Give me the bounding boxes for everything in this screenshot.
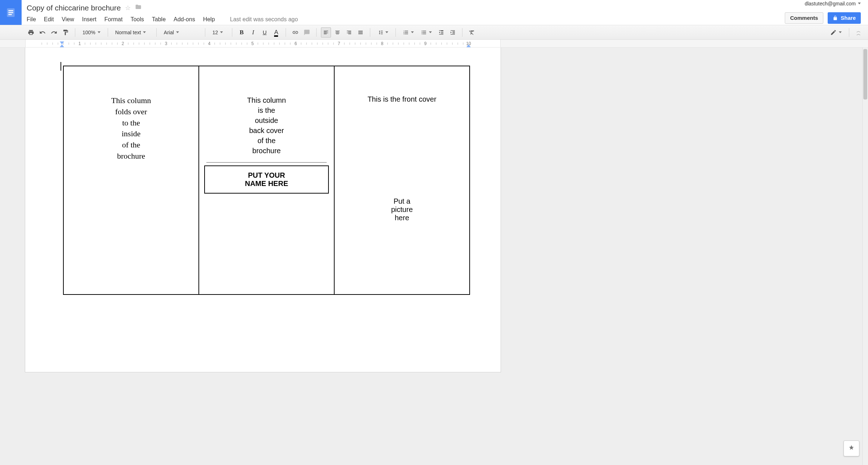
insert-link-button[interactable] (290, 27, 300, 37)
font-size-select[interactable]: 12 (210, 27, 228, 37)
bold-button[interactable]: B (237, 27, 247, 37)
svg-rect-3 (8, 14, 12, 15)
ruler-tick: 1 (79, 41, 81, 46)
docs-icon (5, 7, 17, 18)
caret-down-icon (839, 31, 842, 33)
explore-icon (847, 444, 855, 452)
numbered-list-button[interactable] (400, 27, 417, 37)
menu-file[interactable]: File (27, 16, 36, 23)
appbar-main: Copy of chiccarine brochure ☆ File Edit … (22, 0, 785, 25)
ruler-tick: 5 (251, 41, 254, 46)
brochure-col-3[interactable]: This is the front cover Put a picture he… (334, 66, 470, 294)
brochure-col-1[interactable]: This column folds over to the inside of … (63, 66, 199, 294)
ruler-tick: 4 (208, 41, 211, 46)
line-spacing-button[interactable] (375, 27, 391, 37)
font-select[interactable]: Arial (161, 27, 201, 37)
align-center-button[interactable] (332, 27, 343, 37)
menu-tools[interactable]: Tools (130, 16, 144, 23)
col3-subtext[interactable]: Put a picture here (338, 197, 466, 222)
divider (206, 162, 327, 163)
share-button[interactable]: Share (828, 12, 861, 24)
app-bar: Copy of chiccarine brochure ☆ File Edit … (0, 0, 868, 25)
clear-formatting-button[interactable] (467, 27, 477, 37)
insert-comment-button[interactable] (302, 27, 312, 37)
comments-button[interactable]: Comments (785, 12, 824, 24)
star-icon[interactable]: ☆ (125, 4, 131, 12)
italic-button[interactable]: I (248, 27, 258, 37)
document-workspace[interactable]: This column folds over to the inside of … (0, 48, 868, 465)
account-email: dlastutech@gmail.com (805, 1, 856, 6)
caret-down-icon (429, 31, 432, 33)
last-edit-text[interactable]: Last edit was seconds ago (230, 16, 298, 23)
zoom-value: 100% (82, 30, 95, 35)
table-row: This column folds over to the inside of … (63, 66, 470, 294)
docs-logo[interactable] (0, 0, 22, 25)
collapse-toolbar-button[interactable]: ︿︿ (854, 27, 864, 37)
col1-text[interactable]: This column folds over to the inside of … (67, 95, 195, 162)
menubar: File Edit View Insert Format Tools Table… (27, 14, 785, 25)
text-color-button[interactable]: A (271, 27, 281, 37)
menu-format[interactable]: Format (104, 16, 123, 23)
brochure-col-2[interactable]: This column is the outside back cover of… (199, 66, 334, 294)
explore-button[interactable] (844, 440, 859, 456)
appbar-right: dlastutech@gmail.com Comments Share (785, 0, 868, 25)
ruler-tick: 7 (338, 41, 340, 46)
ruler-tick: 8 (381, 41, 384, 46)
ruler-tick: 6 (295, 41, 297, 46)
folder-icon[interactable] (135, 4, 142, 12)
print-button[interactable] (26, 27, 36, 37)
decrease-indent-button[interactable] (436, 27, 446, 37)
vertical-scrollbar[interactable] (862, 48, 868, 465)
style-value: Normal text (115, 30, 141, 35)
svg-rect-2 (8, 12, 13, 13)
align-right-button[interactable] (344, 27, 354, 37)
caret-down-icon (411, 31, 414, 33)
paragraph-style-select[interactable]: Normal text (112, 27, 152, 37)
menu-table[interactable]: Table (152, 16, 166, 23)
align-left-button[interactable] (321, 27, 331, 37)
caret-down-icon (98, 31, 100, 33)
share-label: Share (841, 15, 856, 21)
menu-addons[interactable]: Add-ons (174, 16, 195, 23)
ruler-tick: 2 (122, 41, 124, 46)
menu-help[interactable]: Help (203, 16, 215, 23)
paint-format-button[interactable] (61, 27, 71, 37)
caret-down-icon (385, 31, 388, 33)
caret-down-icon (858, 3, 861, 4)
ruler[interactable]: 12345678910 (0, 40, 868, 48)
page[interactable]: This column folds over to the inside of … (25, 48, 501, 372)
caret-down-icon (143, 31, 146, 33)
toolbar: 100% Normal text Arial 12 B I U A ︿︿ (0, 25, 868, 40)
increase-indent-button[interactable] (448, 27, 458, 37)
editing-mode-button[interactable] (827, 27, 845, 37)
title-row: Copy of chiccarine brochure ☆ (27, 1, 785, 14)
brochure-table[interactable]: This column folds over to the inside of … (63, 66, 470, 295)
document-title[interactable]: Copy of chiccarine brochure (27, 4, 121, 12)
caret-down-icon (176, 31, 179, 33)
ruler-tick: 3 (165, 41, 167, 46)
menu-insert[interactable]: Insert (82, 16, 97, 23)
name-box[interactable]: PUT YOUR NAME HERE (204, 165, 329, 194)
redo-button[interactable] (49, 27, 59, 37)
font-size-value: 12 (212, 30, 218, 35)
bulleted-list-button[interactable] (418, 27, 435, 37)
undo-button[interactable] (37, 27, 48, 37)
scrollbar-thumb[interactable] (863, 49, 867, 99)
col2-text[interactable]: This column is the outside back cover of… (203, 95, 330, 156)
zoom-select[interactable]: 100% (80, 27, 103, 37)
menu-view[interactable]: View (62, 16, 74, 23)
underline-button[interactable]: U (260, 27, 270, 37)
caret-down-icon (220, 31, 223, 33)
font-value: Arial (164, 30, 174, 35)
lock-icon (833, 15, 838, 21)
menu-edit[interactable]: Edit (44, 16, 54, 23)
col3-title[interactable]: This is the front cover (338, 95, 466, 103)
svg-rect-1 (8, 10, 13, 11)
text-cursor (61, 62, 61, 71)
account-menu[interactable]: dlastutech@gmail.com (805, 1, 861, 6)
ruler-tick: 9 (424, 41, 427, 46)
align-justify-button[interactable] (355, 27, 366, 37)
